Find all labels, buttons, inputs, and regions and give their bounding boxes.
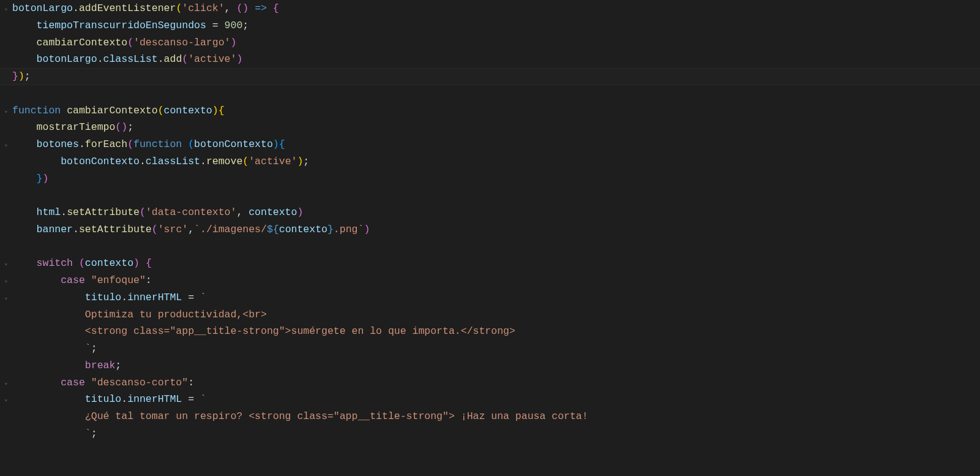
code-token xyxy=(182,138,188,150)
code-token: botonLargo xyxy=(12,2,73,14)
code-token: titulo xyxy=(85,393,121,405)
code-line[interactable]: tiempoTranscurridoEnSegundos = 900; xyxy=(0,17,980,34)
code-line[interactable]: ⌄botonLargo.addEventListener('click', ()… xyxy=(0,0,980,17)
chevron-down-icon[interactable]: ⌄ xyxy=(5,289,8,306)
code-token: 'src' xyxy=(158,224,189,235)
code-line[interactable]: ¿Qué tal tomar un respiro? <strong class… xyxy=(0,408,980,425)
code-line-content: botonLargo.addEventListener('click', () … xyxy=(12,0,279,17)
code-token: ; xyxy=(115,360,121,371)
code-token: cambiarContexto xyxy=(37,37,128,48)
fold-gutter xyxy=(0,238,12,255)
code-line[interactable]: `; xyxy=(0,340,980,357)
code-token: tiempoTranscurridoEnSegundos xyxy=(37,20,206,31)
code-token: . xyxy=(140,156,146,167)
code-line[interactable]: ⌄ switch (contexto) { xyxy=(0,255,980,272)
fold-gutter xyxy=(0,306,12,323)
fold-gutter xyxy=(0,187,12,204)
fold-gutter xyxy=(0,85,12,102)
code-line[interactable]: <strong class="app__title-strong">sumérg… xyxy=(0,323,980,340)
code-token: . xyxy=(73,224,79,235)
code-line-content: mostrarTiempo(); xyxy=(12,119,133,136)
code-line[interactable]: mostrarTiempo(); xyxy=(0,119,980,136)
code-line[interactable]: cambiarContexto('descanso-largo') xyxy=(0,34,980,51)
code-line[interactable] xyxy=(0,442,980,459)
fold-gutter xyxy=(0,34,12,51)
code-token: break xyxy=(85,360,116,371)
fold-gutter[interactable]: ⌄ xyxy=(0,102,12,119)
code-line[interactable]: ⌄ case "descanso-corto": xyxy=(0,374,980,391)
chevron-down-icon[interactable]: ⌄ xyxy=(5,136,8,153)
code-line[interactable]: Optimiza tu productividad,<br> xyxy=(0,306,980,323)
code-line-content: ¿Qué tal tomar un respiro? <strong class… xyxy=(12,408,588,425)
code-token: ; xyxy=(127,121,133,133)
code-token: . xyxy=(73,2,79,14)
code-line[interactable]: html.setAttribute('data-contexto', conte… xyxy=(0,204,980,221)
code-line-content: botonContexto.classList.remove('active')… xyxy=(12,153,309,170)
fold-gutter xyxy=(0,153,12,170)
code-token: ; xyxy=(91,342,97,354)
code-token: botones xyxy=(37,138,79,150)
code-line[interactable] xyxy=(0,238,980,255)
code-token: . xyxy=(121,292,127,303)
code-token: : xyxy=(146,274,152,286)
code-token: addEventListener xyxy=(79,2,176,14)
code-token: innerHTML xyxy=(127,393,182,405)
chevron-down-icon[interactable]: ⌄ xyxy=(5,391,8,408)
code-token: `./imagenes/ xyxy=(194,224,267,235)
chevron-down-icon[interactable]: ⌄ xyxy=(5,374,8,391)
code-token: titulo xyxy=(85,292,121,303)
code-token xyxy=(249,2,255,14)
code-line[interactable]: botonContexto.classList.remove('active')… xyxy=(0,153,980,170)
code-token: botonContexto xyxy=(194,138,273,150)
chevron-down-icon[interactable]: ⌄ xyxy=(5,255,8,272)
code-line[interactable]: break; xyxy=(0,357,980,374)
code-editor[interactable]: ⌄botonLargo.addEventListener('click', ()… xyxy=(0,0,980,459)
code-line[interactable]: ⌄ case "enfoque": xyxy=(0,272,980,289)
code-token: ) xyxy=(18,70,24,82)
code-line[interactable]: }); xyxy=(0,68,980,85)
code-line[interactable]: botonLargo.classList.add('active') xyxy=(0,51,980,68)
chevron-down-icon[interactable]: ⌄ xyxy=(5,0,8,17)
code-token: . xyxy=(200,156,206,167)
code-line[interactable] xyxy=(0,85,980,102)
code-token: ( xyxy=(158,105,164,116)
fold-gutter[interactable]: ⌄ xyxy=(0,374,12,391)
code-token xyxy=(73,257,79,269)
code-line[interactable]: `; xyxy=(0,425,980,442)
code-token: Optimiza tu productividad,<br> xyxy=(85,309,267,320)
code-line-content: break; xyxy=(12,357,121,374)
code-line-content: switch (contexto) { xyxy=(12,255,152,272)
code-token: ` xyxy=(85,428,91,439)
chevron-down-icon[interactable]: ⌄ xyxy=(5,272,8,289)
fold-gutter xyxy=(0,204,12,221)
code-token: setAttribute xyxy=(79,224,152,235)
chevron-down-icon[interactable]: ⌄ xyxy=(5,102,8,119)
code-token: ) xyxy=(273,138,279,150)
fold-gutter[interactable]: ⌄ xyxy=(0,136,12,153)
fold-gutter xyxy=(0,221,12,238)
fold-gutter[interactable]: ⌄ xyxy=(0,0,12,17)
fold-gutter xyxy=(0,51,12,68)
code-line[interactable]: banner.setAttribute('src',`./imagenes/${… xyxy=(0,221,980,238)
code-line[interactable]: }) xyxy=(0,170,980,187)
code-line-content: botones.forEach(function (botonContexto)… xyxy=(12,136,285,153)
fold-gutter[interactable]: ⌄ xyxy=(0,272,12,289)
code-token: ( xyxy=(127,138,133,150)
code-token: } xyxy=(12,70,18,82)
code-line[interactable] xyxy=(0,187,980,204)
fold-gutter[interactable]: ⌄ xyxy=(0,391,12,408)
code-line[interactable]: ⌄function cambiarContexto(contexto){ xyxy=(0,102,980,119)
fold-gutter[interactable]: ⌄ xyxy=(0,255,12,272)
code-token: ; xyxy=(242,20,249,31)
code-line-content: `; xyxy=(12,340,97,357)
fold-gutter[interactable]: ⌄ xyxy=(0,289,12,306)
code-token: ( xyxy=(140,206,146,218)
code-line[interactable]: ⌄ titulo.innerHTML = ` xyxy=(0,391,980,408)
code-token: ( xyxy=(182,53,188,65)
code-token: .png` xyxy=(334,224,364,235)
fold-gutter xyxy=(0,170,12,187)
code-line[interactable]: ⌄ titulo.innerHTML = ` xyxy=(0,289,980,306)
code-line-content: html.setAttribute('data-contexto', conte… xyxy=(12,204,303,221)
code-token: ( xyxy=(152,224,158,235)
code-line[interactable]: ⌄ botones.forEach(function (botonContext… xyxy=(0,136,980,153)
